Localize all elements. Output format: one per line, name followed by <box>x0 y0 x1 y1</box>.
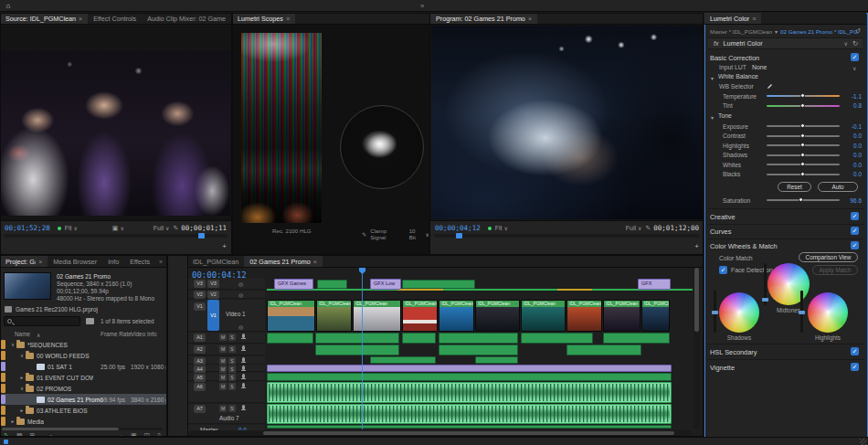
tab-timeline-promo[interactable]: 02 Games 21 Promo× <box>244 256 322 267</box>
label-swatch[interactable] <box>1 406 5 415</box>
expand-caret[interactable]: ∨ <box>9 342 16 347</box>
white-balance-section[interactable]: White Balance <box>718 73 758 79</box>
mic-icon[interactable] <box>242 383 245 387</box>
timeline-clip[interactable] <box>267 404 672 424</box>
column-video-info[interactable]: Video Info <box>131 331 157 337</box>
vignette-checkbox[interactable] <box>851 363 859 371</box>
timeline-clip[interactable] <box>267 425 672 429</box>
midtones-wheel[interactable] <box>767 263 810 305</box>
reset-effect-icon[interactable]: ↺ <box>855 27 861 35</box>
tab-effects[interactable]: Effects <box>124 256 155 267</box>
section-color-wheels-match[interactable]: Color Wheels & Match <box>710 242 778 250</box>
label-swatch[interactable] <box>1 351 5 360</box>
reset-button[interactable]: Reset <box>778 182 811 192</box>
project-row[interactable]: 01 SAT 1 25.00 fps 1920 x 1080 (1.0) <box>0 361 166 372</box>
creative-checkbox[interactable] <box>851 212 859 220</box>
eye-icon[interactable]: ◎ <box>238 291 243 298</box>
loop-icon[interactable]: ↻ <box>852 39 858 48</box>
mic-icon[interactable] <box>242 366 245 370</box>
timeline-clip[interactable] <box>267 373 672 381</box>
mic-icon[interactable] <box>242 405 245 409</box>
timeline-clip[interactable] <box>315 333 399 344</box>
label-swatch[interactable] <box>1 340 5 349</box>
timeline-clip[interactable] <box>267 333 313 344</box>
tab-lumetri-scopes[interactable]: Lumetri Scopes≡ <box>232 13 295 24</box>
search-input[interactable] <box>4 316 80 326</box>
color-wheels-checkbox[interactable] <box>851 241 859 249</box>
program-resolution-select[interactable]: Full ∨ <box>626 225 642 231</box>
wrench-icon[interactable]: ✎ <box>645 225 651 232</box>
slider[interactable] <box>767 151 840 160</box>
wrench-icon[interactable]: ✎ <box>362 231 366 238</box>
project-row[interactable]: ▸ Media <box>0 416 166 427</box>
preview-thumbnail[interactable] <box>4 272 51 300</box>
source-scrubber[interactable] <box>4 234 228 238</box>
timeline-clip[interactable] <box>603 333 670 344</box>
panel-menu-icon[interactable]: ≡ <box>286 16 290 22</box>
saturation-slider[interactable] <box>767 196 840 205</box>
timeline-clip[interactable]: GFX <box>638 279 671 290</box>
curves-checkbox[interactable] <box>851 227 859 235</box>
auto-button[interactable]: Auto <box>818 182 858 192</box>
tab-source[interactable]: Source: IDL_PGMClean× <box>0 13 88 24</box>
timeline-clip[interactable] <box>267 382 672 403</box>
project-file-name[interactable]: Games 21 Rec2100 HLG.prproj <box>16 306 98 313</box>
column-name[interactable]: Name <box>15 331 30 337</box>
timeline-clip[interactable]: IDL_PGMClean <box>566 300 602 332</box>
source-patch-v2[interactable]: V2 <box>194 291 206 299</box>
slider[interactable] <box>767 101 840 111</box>
project-row[interactable]: ∨ 02 PROMOS <box>0 383 166 394</box>
mic-icon[interactable] <box>242 357 245 362</box>
slider[interactable] <box>767 91 840 101</box>
timeline-vscrollbar[interactable] <box>693 268 700 429</box>
timeline-clip[interactable] <box>566 344 641 355</box>
wrench-icon[interactable]: ✎ <box>173 225 178 232</box>
sequence-clip-label[interactable]: 02 Games 21 Promo * IDL_PGMClean <box>780 28 858 35</box>
comparison-view-button[interactable]: Comparison View <box>799 252 858 262</box>
timeline-clip[interactable] <box>267 365 672 372</box>
panel-menu-icon[interactable]: ≡ <box>752 16 756 22</box>
mic-icon[interactable] <box>242 345 245 350</box>
timeline-clip[interactable] <box>402 280 475 289</box>
slider[interactable] <box>767 141 840 150</box>
highlights-wheel[interactable] <box>808 292 848 333</box>
timeline-clip[interactable]: IDL_PGMClean <box>475 300 520 332</box>
timeline-clip[interactable] <box>439 344 518 355</box>
button-editor-icon[interactable]: + <box>222 242 227 250</box>
tab-project[interactable]: Project: Games 21 Rec2100 HLG× <box>0 256 48 267</box>
label-swatch[interactable] <box>1 362 5 371</box>
home-icon[interactable]: ⌂ <box>0 2 16 10</box>
close-icon[interactable]: × <box>79 16 82 22</box>
slider[interactable] <box>767 122 840 131</box>
tab-lumetri-color[interactable]: Lumetri Color≡ <box>704 13 761 24</box>
project-row[interactable]: ∨ *SEQUENCES <box>0 339 166 350</box>
timeline-clip[interactable] <box>315 344 399 355</box>
section-curves[interactable]: Curves <box>710 228 731 236</box>
track-target-v2[interactable]: V2 <box>207 291 219 299</box>
section-basic-correction[interactable]: Basic Correction <box>710 54 759 62</box>
audio-track-header[interactable]: A1 M S <box>187 333 265 344</box>
midtones-luma-slider[interactable] <box>764 263 767 305</box>
tab-overflow-icon[interactable]: » <box>155 256 166 267</box>
hsl-checkbox[interactable] <box>851 347 859 355</box>
section-vignette[interactable]: Vignette <box>710 364 735 372</box>
source-patch-v3[interactable]: V3 <box>194 280 206 288</box>
audio-track-header[interactable]: A2 M S <box>187 344 265 355</box>
timeline-clip[interactable] <box>475 356 518 364</box>
mic-icon[interactable] <box>242 334 245 338</box>
column-frame-rate[interactable]: Frame Rate <box>101 331 132 337</box>
timeline-clip[interactable] <box>317 280 347 289</box>
slider[interactable] <box>767 170 840 179</box>
bit-depth-select[interactable]: 10 Bit <box>409 228 422 240</box>
timeline-clip[interactable] <box>521 333 593 344</box>
timeline-clip[interactable]: IDL_PGMClean <box>353 300 401 332</box>
section-hsl-secondary[interactable]: HSL Secondary <box>710 348 757 356</box>
program-scrubber[interactable] <box>434 234 700 238</box>
source-patch-v1[interactable]: V1 <box>194 302 206 311</box>
timeline-clip[interactable] <box>370 356 436 364</box>
eyedropper-icon[interactable] <box>767 81 775 90</box>
label-swatch[interactable] <box>1 417 5 426</box>
timeline-clip[interactable] <box>439 333 518 344</box>
shadows-wheel[interactable] <box>719 292 759 333</box>
audio-track-header[interactable]: A7 M S Audio 7 <box>187 404 265 424</box>
